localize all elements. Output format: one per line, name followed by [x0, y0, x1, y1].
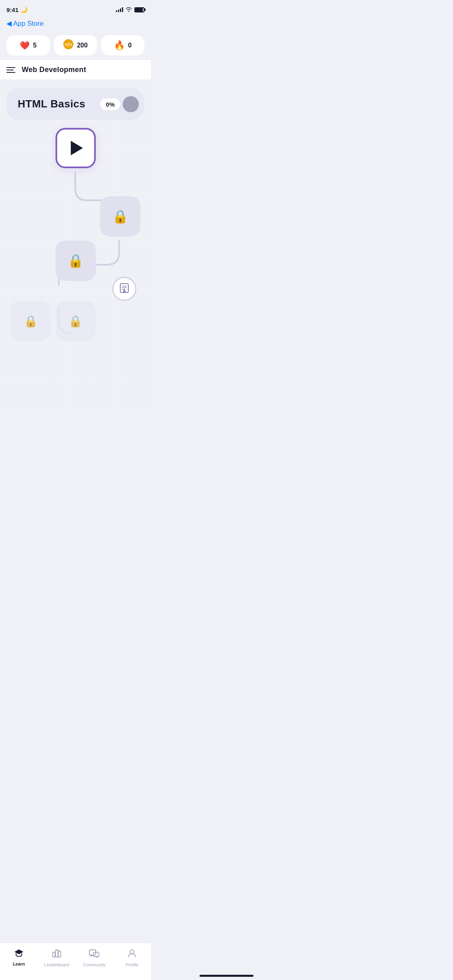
module-card: HTML Basics 0%	[6, 88, 144, 120]
section-header: Web Development	[0, 60, 151, 80]
status-bar: 9:41 🌙	[0, 0, 151, 18]
streak-stat: 🔥 0	[101, 35, 144, 56]
progress-badge: 0%	[100, 98, 120, 110]
locked-node-2[interactable]: 🔒	[56, 241, 96, 281]
back-link[interactable]: ◀ App Store	[6, 19, 144, 28]
book-icon: A	[119, 282, 130, 296]
section-title: Web Development	[22, 66, 86, 74]
lesson-node-2[interactable]: 🔒	[100, 196, 140, 237]
status-icons	[116, 6, 144, 13]
lock-icon-2: 🔒	[68, 253, 84, 268]
lock-icon-4: 🔒	[68, 315, 82, 328]
hearts-value: 5	[33, 42, 37, 49]
module-title: HTML Basics	[18, 98, 85, 110]
battery-icon	[134, 7, 144, 12]
streak-value: 0	[128, 42, 132, 49]
menu-button[interactable]	[6, 67, 15, 73]
heart-icon: ❤️	[20, 41, 30, 50]
lesson-node-4[interactable]: 🔒	[10, 301, 51, 341]
dictionary-icon[interactable]: A	[112, 277, 136, 301]
coins-stat: </> 200	[54, 35, 97, 56]
coin-icon: </>	[63, 39, 74, 51]
status-time: 9:41 🌙	[6, 6, 28, 13]
coins-value: 200	[77, 42, 88, 49]
lesson-node-1[interactable]	[56, 128, 96, 168]
lesson-node-5[interactable]: 🔒	[56, 301, 96, 341]
back-nav[interactable]: ◀ App Store	[0, 18, 151, 31]
lock-icon-1: 🔒	[112, 209, 128, 224]
play-icon	[71, 141, 83, 155]
locked-node-1[interactable]: 🔒	[100, 196, 140, 237]
signal-icon	[116, 7, 123, 12]
svg-text:</>: </>	[65, 41, 72, 47]
main-content: HTML Basics 0%	[0, 80, 151, 410]
locked-node-3[interactable]: 🔒	[10, 301, 51, 341]
flame-icon: 🔥	[114, 40, 125, 51]
moon-icon: 🌙	[20, 6, 28, 13]
play-node[interactable]	[56, 128, 96, 168]
hearts-stat: ❤️ 5	[6, 35, 50, 56]
stats-bar: ❤️ 5 </> 200 🔥 0	[0, 31, 151, 60]
lock-icon-3: 🔒	[24, 315, 38, 328]
progress-dot	[123, 96, 139, 112]
vocab-node[interactable]: A	[112, 277, 136, 301]
lesson-node-3[interactable]: 🔒	[56, 241, 96, 281]
locked-node-4[interactable]: 🔒	[56, 301, 96, 341]
svg-text:A: A	[123, 289, 126, 293]
wifi-icon	[126, 6, 132, 13]
lesson-path: 🔒 🔒 A	[6, 128, 144, 369]
